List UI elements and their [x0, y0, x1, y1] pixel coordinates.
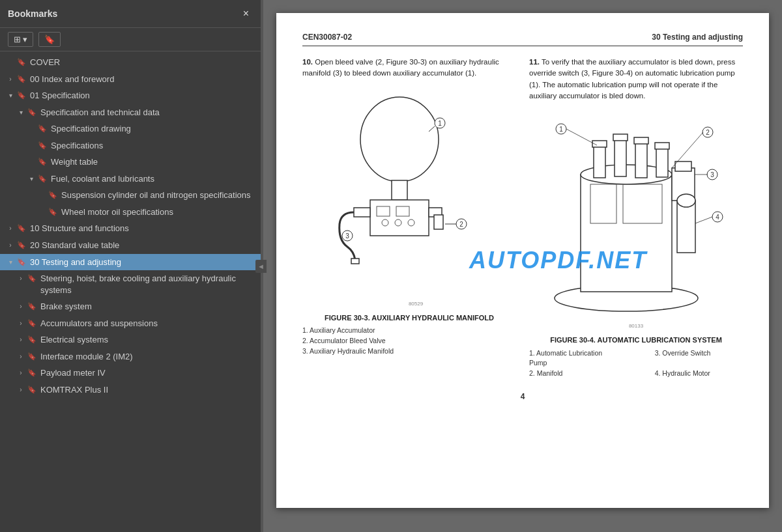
svg-rect-16 — [434, 215, 443, 229]
bookmark-leaf-icon: 🔖 — [27, 335, 38, 344]
bookmark-label: 30 Testing and adjusting — [30, 257, 255, 268]
bookmark-label: Payload meter IV — [40, 367, 255, 379]
svg-rect-43 — [675, 161, 691, 171]
figure-30-4-label: FIGURE 30-4. AUTOMATIC LUBRICATION SYSTE… — [529, 335, 743, 346]
bookmark-item-komtrax[interactable]: 🔖KOMTRAX Plus II — [0, 382, 261, 399]
close-bookmarks-button[interactable]: × — [239, 7, 253, 21]
bookmark-item-payload[interactable]: 🔖Payload meter IV — [0, 365, 261, 382]
bookmark-item-suspension-oil[interactable]: 🔖Suspension cylinder oil and nitrogen sp… — [0, 187, 261, 204]
expander-icon — [16, 274, 26, 283]
expander-icon — [16, 108, 26, 117]
step-10-num: 10. — [302, 58, 313, 66]
bookmark-label: Suspension cylinder oil and nitrogen spe… — [61, 189, 255, 201]
page-number: 4 — [302, 392, 743, 401]
bookmark-item-accumulators[interactable]: 🔖Accumulators and suspensions — [0, 315, 261, 332]
step-10: 10. Open bleed valve (2, Figure 30-3) on… — [302, 57, 516, 79]
svg-rect-30 — [581, 175, 672, 292]
figure-30-3-svg: 1 — [315, 87, 504, 309]
bookmark-item-index[interactable]: 🔖00 Index and foreword — [0, 71, 261, 88]
bookmark-leaf-icon: 🔖 — [27, 368, 38, 378]
document-page: AUTOPDF.NET CEN30087-02 30 Testing and a… — [276, 13, 769, 508]
bookmark-item-fuel[interactable]: 🔖Fuel, coolant and lubricants — [0, 171, 261, 188]
figure-caption-item: 4. Hydraulic Motor — [655, 369, 743, 379]
svg-point-0 — [360, 97, 439, 182]
svg-text:80133: 80133 — [629, 323, 644, 329]
bookmark-label: Specification and technical data — [40, 107, 255, 119]
expander-icon — [5, 91, 16, 100]
bookmark-leaf-icon: 🔖 — [27, 107, 38, 117]
expander-icon — [16, 352, 26, 361]
svg-text:1: 1 — [438, 120, 442, 127]
figure-caption-item: 3. Override Switch — [655, 348, 743, 369]
bookmark-item-standard[interactable]: 🔖20 Standard value table — [0, 237, 261, 254]
bookmarks-header: Bookmarks × — [0, 0, 261, 28]
bookmark-leaf-icon: 🔖 — [38, 157, 48, 167]
figure-30-3-container: 1 — [302, 87, 516, 357]
figure-30-4-caption: 1. Automatic Lubrication Pump3. Override… — [529, 348, 743, 379]
bookmark-options-button[interactable]: 🔖 — [38, 32, 61, 47]
bookmark-item-structure[interactable]: 🔖10 Structure and functions — [0, 220, 261, 237]
svg-text:80529: 80529 — [409, 301, 424, 307]
svg-rect-5 — [370, 200, 429, 236]
bookmark-icon: 🔖 — [44, 35, 55, 44]
svg-rect-35 — [615, 139, 626, 176]
bookmark-item-steering[interactable]: 🔖Steering, hoist, brake cooling and auxi… — [0, 270, 261, 298]
figure-30-4-container: 1 2 3 4 — [529, 109, 743, 379]
expander-icon — [16, 369, 26, 378]
doc-left-column: 10. Open bleed valve (2, Figure 30-3) on… — [302, 57, 516, 379]
expander-icon — [26, 175, 36, 184]
svg-point-45 — [677, 194, 695, 207]
bookmark-item-testing[interactable]: 🔖30 Testing and adjusting — [0, 254, 261, 271]
bookmark-leaf-icon: 🔖 — [38, 124, 48, 133]
expander-icon — [16, 335, 26, 344]
bookmark-label: 20 Standard value table — [30, 240, 255, 251]
panel-divider[interactable] — [261, 0, 263, 532]
figure-30-4-svg: 1 2 3 4 — [542, 109, 731, 331]
expander-icon — [16, 385, 26, 395]
expander-icon — [5, 224, 16, 233]
bookmark-item-interface[interactable]: 🔖Interface module 2 (IM2) — [0, 348, 261, 365]
bookmark-item-wheel-motor[interactable]: 🔖Wheel motor oil specifications — [0, 204, 261, 221]
figure-caption-item: 2. Manifold — [529, 369, 655, 379]
dropdown-arrow-icon: ▾ — [23, 35, 27, 44]
bookmark-item-spec-tech[interactable]: 🔖Specification and technical data — [0, 104, 261, 121]
step-11: 11. To verify that the auxiliary accumul… — [529, 57, 743, 102]
bookmark-label: 10 Structure and functions — [30, 223, 255, 234]
figure-caption-item: 2. Accumulator Bleed Valve — [302, 336, 516, 346]
step-10-text: Open bleed valve (2, Figure 30-3) on aux… — [302, 58, 499, 77]
bookmark-item-spec-drawing[interactable]: 🔖Specification drawing — [0, 120, 261, 137]
bookmark-tree: 🔖COVER🔖00 Index and foreword🔖01 Specific… — [0, 51, 261, 532]
bookmark-leaf-icon: 🔖 — [17, 240, 27, 250]
bookmark-item-spec01[interactable]: 🔖01 Specification — [0, 87, 261, 104]
expander-icon — [16, 319, 26, 328]
step-11-text: To verify that the auxiliary accumulator… — [529, 58, 735, 100]
step-11-num: 11. — [529, 58, 540, 66]
svg-rect-4 — [392, 180, 407, 200]
bookmark-item-cover[interactable]: 🔖COVER — [0, 54, 261, 71]
svg-text:2: 2 — [459, 221, 463, 228]
bookmark-leaf-icon: 🔖 — [27, 301, 38, 311]
bookmark-label: Wheel motor oil specifications — [61, 206, 255, 218]
bookmark-item-specifications[interactable]: 🔖Specifications — [0, 137, 261, 154]
bookmark-leaf-icon: 🔖 — [27, 273, 38, 283]
svg-text:2: 2 — [706, 129, 710, 136]
figure-caption-item: 3. Auxiliary Hydraulic Manifold — [302, 346, 516, 357]
bookmark-leaf-icon: 🔖 — [27, 385, 38, 395]
doc-header-section: 30 Testing and adjusting — [652, 33, 743, 42]
bookmark-leaf-icon: 🔖 — [48, 207, 59, 217]
bookmark-leaf-icon: 🔖 — [17, 257, 27, 267]
document-area: AUTOPDF.NET CEN30087-02 30 Testing and a… — [263, 0, 782, 532]
grid-view-button[interactable]: ⊞ ▾ — [8, 32, 33, 47]
expander-icon — [5, 258, 16, 267]
bookmark-item-weight-table[interactable]: 🔖Weight table — [0, 154, 261, 171]
bookmark-item-electrical[interactable]: 🔖Electrical systems — [0, 331, 261, 348]
bookmark-leaf-icon: 🔖 — [17, 223, 27, 233]
document-panel: AUTOPDF.NET CEN30087-02 30 Testing and a… — [263, 0, 782, 532]
svg-rect-12 — [351, 259, 359, 264]
bookmark-label: Interface module 2 (IM2) — [40, 351, 255, 363]
bookmark-label: Specifications — [51, 140, 255, 152]
svg-rect-34 — [594, 145, 605, 178]
svg-text:4: 4 — [716, 214, 719, 221]
bookmark-label: Fuel, coolant and lubricants — [51, 173, 255, 185]
bookmark-item-brake[interactable]: 🔖Brake system — [0, 298, 261, 315]
